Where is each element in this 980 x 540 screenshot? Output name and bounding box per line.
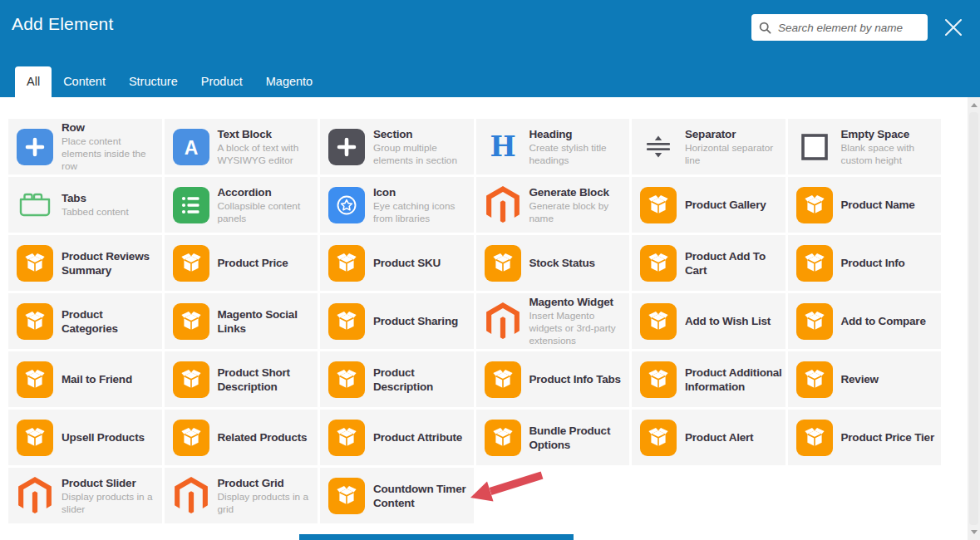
element-item[interactable]: Product Price bbox=[165, 235, 318, 291]
element-item[interactable]: Product Slider Display products in a sli… bbox=[8, 468, 162, 523]
header-top: Add Element bbox=[0, 0, 980, 41]
close-button[interactable] bbox=[942, 16, 965, 39]
element-item[interactable]: Accordion Collapsible content panels bbox=[165, 177, 318, 233]
element-text: Review bbox=[841, 372, 879, 386]
element-item[interactable]: H Heading Create stylish title headings bbox=[476, 119, 630, 174]
element-title: Heading bbox=[529, 127, 628, 141]
element-item[interactable]: Product Alert bbox=[632, 410, 785, 465]
search-input[interactable] bbox=[776, 16, 921, 39]
package-icon bbox=[485, 419, 521, 457]
package-icon bbox=[328, 477, 365, 515]
element-item[interactable]: Review bbox=[788, 351, 942, 407]
tab-product[interactable]: Product bbox=[190, 66, 254, 97]
element-item[interactable]: Add to Wish List bbox=[632, 293, 785, 349]
element-item[interactable]: Mail to Friend bbox=[8, 351, 162, 407]
element-text: Product Categories bbox=[62, 307, 160, 336]
element-item[interactable]: Upsell Products bbox=[8, 410, 162, 465]
element-text: Heading Create stylish title headings bbox=[529, 127, 628, 167]
element-item[interactable]: Bundle Product Options bbox=[476, 410, 630, 465]
plus-dark-icon bbox=[328, 128, 365, 166]
element-item[interactable]: Product Attribute bbox=[320, 410, 474, 465]
package-icon bbox=[17, 419, 53, 457]
element-item[interactable]: Product Add To Cart bbox=[632, 235, 785, 291]
element-text: Product Short Description bbox=[218, 366, 317, 394]
element-desc: Horizontal separator line bbox=[685, 142, 784, 167]
element-item[interactable]: Section Group multiple elements in secti… bbox=[320, 119, 474, 174]
element-item[interactable]: Icon Eye catching icons from libraries bbox=[320, 177, 474, 233]
element-text: Generate Block Generate block by name bbox=[529, 185, 628, 225]
element-item[interactable]: Product Categories bbox=[8, 293, 162, 349]
element-item[interactable]: Separator Horizontal separator line bbox=[632, 119, 785, 174]
element-item[interactable]: Magento Widget Insert Magento widgets or… bbox=[476, 293, 630, 349]
element-title: Product Additional Information bbox=[685, 366, 784, 394]
element-item[interactable]: Generate Block Generate block by name bbox=[476, 177, 630, 233]
magento-icon bbox=[17, 477, 53, 515]
scroll-down-arrow[interactable] bbox=[968, 526, 980, 538]
element-text: Separator Horizontal separator line bbox=[685, 127, 784, 167]
element-item[interactable]: Tabs Tabbed content bbox=[8, 177, 162, 233]
package-icon bbox=[640, 186, 677, 224]
element-item[interactable]: Product SKU bbox=[320, 235, 474, 291]
element-text: Mail to Friend bbox=[62, 372, 132, 386]
element-desc: Display products in a grid bbox=[218, 491, 317, 516]
element-desc: Place content elements inside the row bbox=[62, 135, 160, 173]
element-item[interactable]: Product Sharing bbox=[320, 293, 474, 349]
element-desc: Collapsible content panels bbox=[218, 200, 317, 225]
element-title: Countdown Timer Content bbox=[373, 482, 472, 510]
element-text: Row Place content elements inside the ro… bbox=[62, 120, 160, 173]
element-text: Product Add To Cart bbox=[685, 249, 784, 277]
tab-bar: AllContentStructureProductMagento bbox=[15, 66, 324, 97]
element-item[interactable]: Related Products bbox=[165, 410, 318, 465]
element-item[interactable]: Product Info bbox=[788, 235, 942, 291]
element-item[interactable]: Product Name bbox=[788, 177, 942, 233]
element-item[interactable]: Product Reviews Summary bbox=[8, 235, 162, 291]
plus-blue-icon bbox=[17, 128, 53, 166]
package-icon bbox=[640, 302, 677, 341]
element-title: Empty Space bbox=[841, 127, 940, 141]
tab-content[interactable]: Content bbox=[52, 66, 117, 97]
element-item[interactable]: Product Price Tier bbox=[788, 410, 942, 465]
element-item[interactable]: A Text Block A block of text with WYSIWY… bbox=[165, 119, 318, 174]
package-icon bbox=[328, 244, 365, 282]
modal-title: Add Element bbox=[12, 14, 113, 34]
element-text: Add to Wish List bbox=[685, 314, 771, 328]
scrollbar-thumb[interactable] bbox=[969, 112, 978, 525]
element-text: Product Info bbox=[841, 256, 905, 270]
search-box[interactable] bbox=[751, 14, 928, 41]
tab-structure[interactable]: Structure bbox=[117, 66, 190, 97]
modal-header: Add Element AllContentStructureProductMa… bbox=[0, 0, 980, 97]
scroll-up-arrow[interactable] bbox=[968, 99, 980, 111]
element-item[interactable]: Product Gallery bbox=[632, 177, 785, 233]
header-right bbox=[751, 14, 965, 41]
elements-grid: Row Place content elements inside the ro… bbox=[8, 119, 941, 523]
element-item[interactable]: Product Additional Information bbox=[632, 351, 785, 407]
scrollbar[interactable] bbox=[968, 97, 980, 540]
element-item[interactable]: Product Description bbox=[320, 351, 474, 407]
element-text: Add to Compare bbox=[841, 314, 926, 328]
element-title: Product Info bbox=[841, 256, 905, 270]
element-item[interactable]: Magento Social Links bbox=[165, 293, 318, 349]
element-desc: A block of text with WYSIWYG editor bbox=[218, 142, 317, 167]
element-text: Product Price Tier bbox=[841, 430, 934, 444]
element-title: Stock Status bbox=[529, 256, 595, 270]
element-title: Product Description bbox=[373, 366, 472, 394]
element-title: Product Alert bbox=[685, 430, 753, 444]
element-item[interactable]: Row Place content elements inside the ro… bbox=[8, 119, 162, 174]
package-icon bbox=[328, 419, 365, 457]
element-title: Product Categories bbox=[62, 307, 160, 336]
magento-icon bbox=[173, 477, 209, 515]
tab-all[interactable]: All bbox=[15, 66, 52, 97]
background-page-strip bbox=[299, 534, 574, 540]
separator-icon bbox=[640, 128, 677, 166]
element-item[interactable]: Add to Compare bbox=[788, 293, 942, 349]
element-title: Magento Social Links bbox=[218, 307, 317, 336]
element-item[interactable]: Stock Status bbox=[476, 235, 630, 291]
element-item[interactable]: Product Short Description bbox=[165, 351, 318, 407]
element-text: Related Products bbox=[218, 430, 308, 444]
element-text: Product Name bbox=[841, 198, 915, 212]
element-item[interactable]: Product Info Tabs bbox=[476, 351, 630, 407]
element-item[interactable]: Countdown Timer Content bbox=[320, 468, 474, 523]
element-item[interactable]: Empty Space Blank space with custom heig… bbox=[788, 119, 942, 174]
element-item[interactable]: Product Grid Display products in a grid bbox=[165, 468, 318, 523]
tab-magento[interactable]: Magento bbox=[254, 66, 324, 97]
